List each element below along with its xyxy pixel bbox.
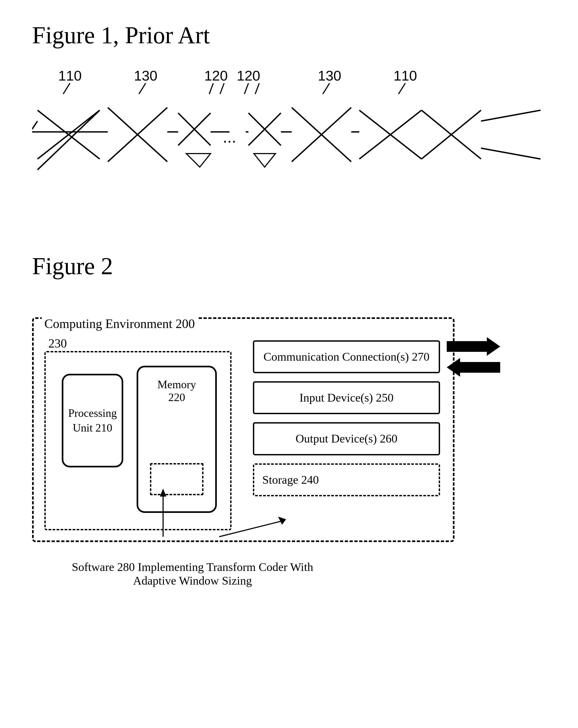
computing-environment-box: Computing Environment 200 230 Processing…: [32, 317, 455, 542]
svg-line-3: [220, 83, 224, 94]
fig1-label-110-left: 110: [58, 68, 82, 83]
figure1-title: Figure 1, Prior Art: [32, 21, 546, 49]
communication-label: Communication Connection(s) 270: [264, 350, 430, 363]
fig1-label-120-right-inner: 120: [237, 68, 260, 83]
svg-line-27: [481, 148, 541, 159]
memory-label: Memory220: [158, 378, 196, 404]
figure2-section: Figure 2 Computing Environment 200 230 P…: [32, 252, 546, 550]
memory-box: Memory220: [137, 366, 217, 513]
svg-line-0: [63, 83, 70, 94]
svg-line-6: [323, 83, 329, 94]
svg-marker-19: [254, 154, 275, 167]
svg-line-5: [255, 83, 259, 94]
fig1-label-120-left: 120: [204, 68, 228, 83]
svg-line-1: [139, 83, 146, 94]
right-boxes-column: Communication Connection(s) 270: [253, 340, 440, 496]
svg-line-26: [481, 110, 541, 121]
svg-line-11: [32, 121, 37, 129]
figure1-diagram: 110 130 120 120 130 110: [32, 65, 546, 199]
storage-label: Storage 240: [262, 472, 319, 488]
storage-box: Storage 240: [253, 463, 440, 496]
svg-line-7: [398, 83, 405, 94]
output-device-label: Output Device(s) 260: [296, 432, 397, 445]
svg-line-10: [37, 110, 100, 170]
figure2-diagram: Computing Environment 200 230 Processing…: [32, 296, 513, 550]
figure2-title: Figure 2: [32, 252, 546, 280]
fig1-label-110-right: 110: [393, 68, 417, 83]
svg-marker-16: [186, 154, 211, 167]
input-device-box: Input Device(s) 250: [253, 381, 440, 414]
communication-box: Communication Connection(s) 270: [253, 340, 440, 373]
input-device-label: Input Device(s) 250: [299, 391, 393, 404]
svg-marker-35: [447, 358, 500, 377]
memory-inner-dashed-box: [150, 463, 203, 495]
comm-arrow-top: [447, 337, 500, 356]
software-label: Software 280 Implementing Transform Code…: [59, 560, 326, 588]
svg-line-2: [209, 83, 213, 94]
box-230-label: 230: [48, 336, 67, 350]
processing-unit-box: ProcessingUnit 210: [62, 374, 123, 467]
output-device-box: Output Device(s) 260: [253, 422, 440, 455]
fig1-label-130-left: 130: [134, 68, 158, 83]
svg-marker-34: [447, 337, 500, 356]
comm-arrow-bottom: [447, 358, 500, 377]
fig1-label-130-right: 130: [318, 68, 341, 83]
ellipsis: ...: [223, 128, 236, 146]
svg-line-4: [244, 83, 248, 94]
processing-unit-label: ProcessingUnit 210: [68, 406, 117, 435]
computing-env-label: Computing Environment 200: [42, 316, 198, 331]
box-230: 230 ProcessingUnit 210 Memory220: [45, 351, 231, 530]
